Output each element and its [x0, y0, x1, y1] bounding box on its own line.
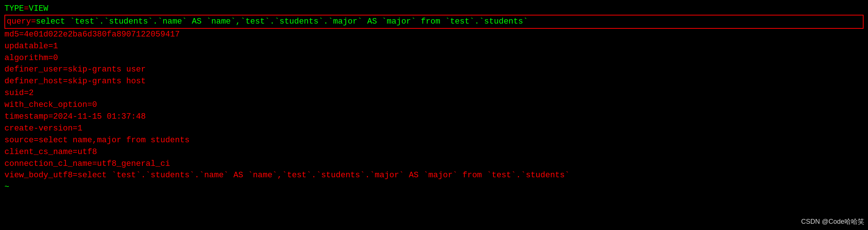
with-check-line: with_check_option=0	[4, 99, 864, 111]
type-sep: =	[24, 4, 29, 13]
client-cs-line: client_cs_name=utf8	[4, 146, 864, 158]
query-sep: =	[31, 17, 36, 26]
tilde-line: ~	[4, 181, 864, 193]
algorithm-line: algorithm=0	[4, 52, 864, 64]
md5-line: md5=4e01d022e2ba6d380fa8907122059417	[4, 29, 864, 41]
query-key: query	[7, 17, 31, 26]
view-body-line: view_body_utf8=select `test`.`students`.…	[4, 170, 864, 181]
create-version-line: create-version=1	[4, 123, 864, 135]
definer-user-line: definer_user=skip-grants user	[4, 64, 864, 76]
query-line: query=select `test`.`students`.`name` AS…	[4, 15, 864, 29]
terminal-window: TYPE=VIEW query=select `test`.`students`…	[2, 1, 866, 230]
updatable-line: updatable=1	[4, 41, 864, 52]
type-key: TYPE	[4, 4, 24, 13]
definer-host-line: definer_host=skip-grants host	[4, 76, 864, 87]
watermark: CSDN @Code哈哈笑	[801, 217, 864, 226]
type-line: TYPE=VIEW	[4, 3, 864, 15]
suid-line: suid=2	[4, 87, 864, 99]
source-line: source=select name,major from students	[4, 135, 864, 146]
type-val: VIEW	[29, 4, 48, 13]
timestamp-line: timestamp=2024-11-15 01:37:48	[4, 111, 864, 123]
query-val: select `test`.`students`.`name` AS `name…	[36, 17, 528, 26]
connection-cl-line: connection_cl_name=utf8_general_ci	[4, 158, 864, 170]
